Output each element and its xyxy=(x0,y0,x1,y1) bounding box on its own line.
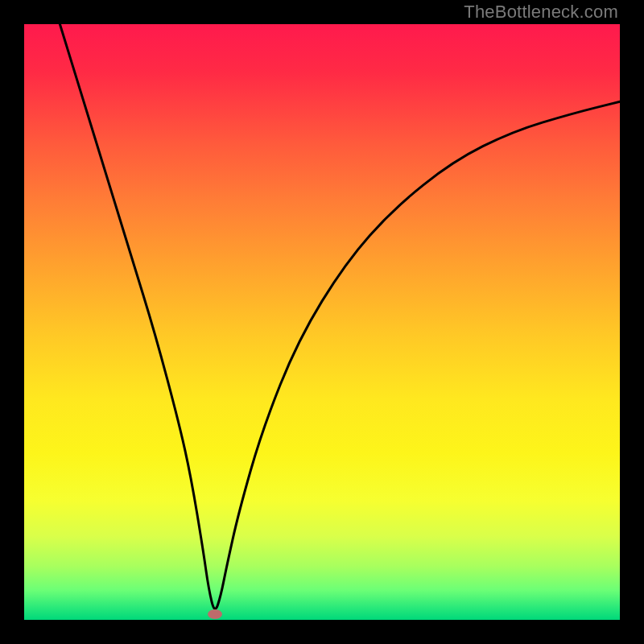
minimum-marker xyxy=(208,609,222,619)
plot-area xyxy=(24,24,620,620)
bottleneck-curve xyxy=(24,24,620,620)
chart-container: TheBottleneck.com xyxy=(0,0,644,644)
watermark-text: TheBottleneck.com xyxy=(464,2,618,23)
